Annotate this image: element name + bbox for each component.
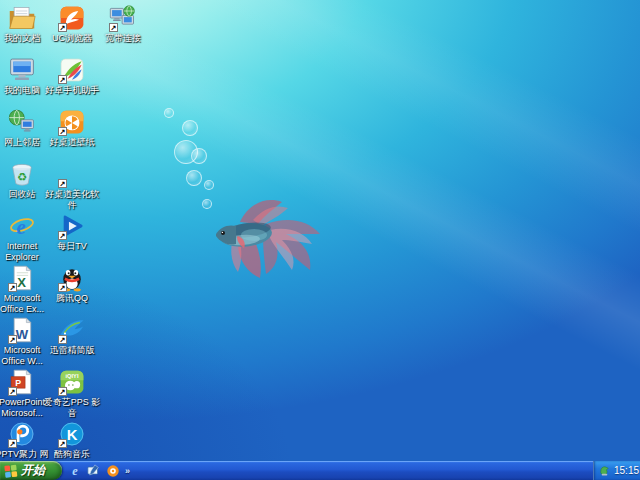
ms-word-icon-art: W↗ — [8, 316, 36, 344]
ie-icon: e — [8, 212, 36, 240]
quick-launch-icons: e — [68, 464, 120, 478]
windows-logo-icon — [4, 464, 18, 478]
desktop-icon-label: PowerPoint Microsof... — [0, 397, 45, 418]
my-computer-icon-art — [8, 56, 36, 84]
show-desktop-icon — [87, 464, 101, 478]
uc-browser-icon-art: ↗ — [58, 4, 86, 32]
desktop-icon-label: 好卓手机助手 — [45, 85, 99, 96]
svg-text:iQIYI: iQIYI — [66, 373, 79, 379]
desktop-icon-label: 我的文档 — [4, 33, 40, 44]
quick-launch-overflow-chevron[interactable]: » — [125, 466, 130, 476]
desktop-icon-kugou-music[interactable]: K↗酷狗音乐 — [40, 420, 104, 460]
shortcut-arrow-icon: ↗ — [58, 439, 67, 448]
meiri-tv-icon-art: ↗ — [58, 212, 86, 240]
pptv-icon-art: ↗ — [8, 420, 36, 448]
shortcut-arrow-icon: ↗ — [58, 387, 67, 396]
start-button-label: 开始 — [21, 462, 45, 479]
desktop-icon-xunlei-lite[interactable]: ↗迅雷精简版 — [40, 316, 104, 356]
shortcut-arrow-icon: ↗ — [8, 387, 17, 396]
desktop-icon-label: 腾讯QQ — [56, 293, 88, 304]
tray-utility-icon[interactable] — [598, 464, 611, 477]
desktop-icon-phone-assistant[interactable]: ↗好卓手机助手 — [40, 56, 104, 96]
desktop-icon-label: Internet Explorer — [5, 241, 39, 262]
svg-text:e: e — [16, 215, 25, 239]
desktop-icon-iqiyi-pps[interactable]: iQIYI↗爱奇艺PPS 影 音 — [40, 368, 104, 418]
recycle-bin-icon-art: ♻ — [8, 160, 36, 188]
desktop-icon-label: 回收站 — [9, 189, 36, 200]
desktop-icon-grid: 我的文档↗UC浏览器↗宽带连接我的电脑↗好卓手机助手网上邻居↗好桌道壁纸♻回收站… — [0, 0, 640, 461]
shortcut-arrow-icon: ↗ — [58, 75, 67, 84]
desktop-icon-label: 好桌道壁纸 — [50, 137, 95, 148]
shortcut-arrow-icon: ↗ — [58, 231, 67, 240]
iqiyi-pps-icon-art: iQIYI↗ — [58, 368, 86, 396]
haozhuodao-beautify-icon-art: ↗ — [58, 160, 86, 188]
haozhuodao-quick-icon — [106, 464, 120, 478]
xunlei-lite-icon-art: ↗ — [58, 316, 86, 344]
desktop-icon-tencent-qq[interactable]: ↗腾讯QQ — [40, 264, 104, 304]
desktop-screen: 我的文档↗UC浏览器↗宽带连接我的电脑↗好卓手机助手网上邻居↗好桌道壁纸♻回收站… — [0, 0, 640, 480]
taskbar: 开始 e » 15:15 — [0, 461, 640, 480]
tray-clock[interactable]: 15:15 — [614, 465, 639, 476]
quick-launch-bar: e » — [68, 461, 130, 480]
shortcut-arrow-icon: ↗ — [58, 335, 67, 344]
recycle-bin-icon: ♻ — [8, 160, 36, 188]
shortcut-arrow-icon: ↗ — [109, 23, 118, 32]
my-documents-icon-art — [8, 4, 36, 32]
svg-text:e: e — [72, 464, 78, 478]
shortcut-arrow-icon: ↗ — [58, 283, 67, 292]
svg-text:K: K — [67, 427, 78, 443]
my-computer-icon — [8, 56, 36, 84]
desktop-icon-label: 每日TV — [57, 241, 87, 252]
broadband-connection-icon-art: ↗ — [109, 4, 137, 32]
network-places-icon-art — [8, 108, 36, 136]
shortcut-arrow-icon: ↗ — [58, 23, 67, 32]
network-places-icon — [8, 108, 36, 136]
ms-powerpoint-icon-art: P↗ — [8, 368, 36, 396]
desktop-icon-label: Microsoft Office Ex... — [0, 293, 44, 314]
desktop-icon-label: 酷狗音乐 — [54, 449, 90, 460]
desktop-icon-label: 爱奇艺PPS 影 音 — [44, 397, 101, 418]
ms-excel-icon-art: X↗ — [8, 264, 36, 292]
quick-launch-ie-quick[interactable]: e — [68, 464, 82, 478]
svg-text:♻: ♻ — [17, 170, 27, 184]
desktop-icon-label: Microsoft Office W... — [1, 345, 42, 366]
shortcut-arrow-icon: ↗ — [58, 179, 67, 188]
phone-assistant-icon-art: ↗ — [58, 56, 86, 84]
tencent-qq-icon-art: ↗ — [58, 264, 86, 292]
shortcut-arrow-icon: ↗ — [58, 127, 67, 136]
kugou-music-icon-art: K↗ — [58, 420, 86, 448]
start-button[interactable]: 开始 — [0, 461, 62, 480]
desktop-icon-label: 好桌道美化软 件 — [45, 189, 99, 210]
svg-text:X: X — [17, 275, 26, 290]
desktop-icon-label: 我的电脑 — [4, 85, 40, 96]
my-documents-icon — [8, 4, 36, 32]
shortcut-arrow-icon: ↗ — [8, 283, 17, 292]
desktop-icon-label: 迅雷精简版 — [50, 345, 95, 356]
ie-quick-icon: e — [68, 464, 82, 478]
quick-launch-show-desktop[interactable] — [87, 464, 101, 478]
internet-explorer-icon-art: e — [8, 212, 36, 240]
quick-launch-haozhuodao-quick[interactable] — [106, 464, 120, 478]
svg-text:W: W — [16, 327, 29, 342]
haozhuodao-wallpaper-icon-art: ↗ — [58, 108, 86, 136]
desktop-icon-haozhuodao-beautify[interactable]: ↗好桌道美化软 件 — [40, 160, 104, 210]
desktop-icon-meiri-tv[interactable]: ↗每日TV — [40, 212, 104, 252]
desktop-icon-label: UC浏览器 — [52, 33, 92, 44]
shortcut-arrow-icon: ↗ — [8, 335, 17, 344]
desktop-icon-broadband-connection[interactable]: ↗宽带连接 — [91, 4, 155, 44]
desktop-icon-haozhuodao-wallpaper[interactable]: ↗好桌道壁纸 — [40, 108, 104, 148]
system-tray: 15:15 — [593, 461, 640, 480]
desktop-icon-label: 宽带连接 — [105, 33, 141, 44]
desktop-icon-label: 网上邻居 — [4, 137, 40, 148]
shortcut-arrow-icon: ↗ — [8, 439, 17, 448]
